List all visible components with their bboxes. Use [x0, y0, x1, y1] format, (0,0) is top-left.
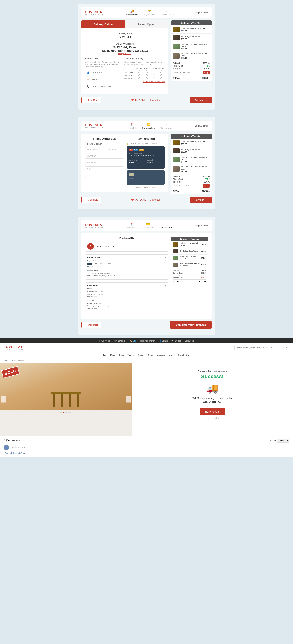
- success-title: Success!: [201, 374, 224, 380]
- radio-3-3[interactable]: [151, 78, 157, 80]
- back-to-item-button[interactable]: Back to Item: [200, 408, 225, 415]
- top-bar-contact[interactable]: Contact Us: [185, 340, 194, 342]
- confirm-discount-value: -$34.01: [201, 277, 206, 279]
- dot-1[interactable]: [61, 412, 62, 414]
- dot-4[interactable]: [68, 412, 69, 414]
- confirm-right: 12 Items for Purchase Louis XV Tufted Ar…: [171, 237, 208, 315]
- radio-3-4[interactable]: [158, 78, 165, 80]
- top-bar-signin[interactable]: 👤 Sign In: [159, 340, 168, 342]
- top-bar-sale[interactable]: 🏷️ Sale: [130, 340, 137, 342]
- city-field[interactable]: CITY: [85, 166, 123, 172]
- cart-item-1-name: Louis XV Tufted Armchair in Blue: [181, 28, 210, 30]
- nav-new[interactable]: New: [102, 354, 107, 356]
- radio-1-1[interactable]: [136, 72, 143, 74]
- confirm-step-icon-2: ✓: [166, 123, 168, 126]
- nav-chairs[interactable]: Chairs: [169, 354, 174, 356]
- logo-text-2: LOVESEAT: [85, 124, 104, 127]
- shop-more-button-3[interactable]: ← Shop More: [82, 322, 101, 328]
- discount-input-2[interactable]: [173, 184, 202, 188]
- radio-2-3[interactable]: [151, 74, 157, 77]
- login-link-1[interactable]: Login/Signup: [195, 11, 208, 14]
- confirm-item-2-img: [173, 249, 178, 254]
- delivery-price-value: $35.93: [85, 35, 165, 40]
- apply-button-1[interactable]: Apply: [202, 71, 210, 74]
- radio-3-2[interactable]: [143, 78, 150, 80]
- login-link-3[interactable]: Login/Signup: [195, 224, 208, 227]
- address2-field[interactable]: ADDRESS 2: [85, 160, 123, 165]
- cart-item-2-2: Simple High Back Rocker $65.00: [171, 147, 211, 155]
- top-bar-newsletter[interactable]: Join Newsletter: [114, 340, 126, 342]
- full-name-value[interactable]: First: [129, 161, 144, 164]
- radio-2-1[interactable]: [136, 74, 143, 77]
- tab-delivery[interactable]: Delivery Option: [82, 20, 125, 28]
- prev-image-button[interactable]: ‹: [1, 396, 6, 402]
- nav-tables[interactable]: Tables: [127, 354, 134, 356]
- search-icon[interactable]: ✕: [285, 346, 287, 349]
- appointment-label: Make Appointment: [140, 340, 155, 342]
- comment-avatar: [4, 445, 9, 450]
- last-name-field[interactable]: LAST NAME: [105, 147, 123, 152]
- nav-shop-style[interactable]: Shop by Style: [178, 354, 191, 356]
- cart-item-2-name: Simple High Back Rocker: [181, 36, 210, 38]
- radio-2-2[interactable]: [143, 74, 150, 77]
- email-input[interactable]: [90, 78, 120, 80]
- card-display-row: XXXX XXXX XXXX 0564: [87, 262, 166, 266]
- cart-item-4-price: $40.00: [181, 57, 210, 59]
- pickup-edit-icon[interactable]: ✎: [165, 284, 166, 287]
- complete-purchase-button[interactable]: Complete Your Purchase: [170, 321, 211, 328]
- shop-more-button-1[interactable]: ← Shop More: [82, 97, 101, 103]
- name-input[interactable]: [91, 72, 120, 74]
- continue-button-1[interactable]: Continue →: [190, 97, 211, 103]
- shop-more-button-2[interactable]: ← Shop More: [82, 197, 101, 203]
- radio-1-4[interactable]: [158, 72, 165, 74]
- total-value-2: $265.00: [202, 190, 210, 193]
- zip-field[interactable]: ZIP: [105, 173, 123, 178]
- purchase-edit-icon[interactable]: ✎: [165, 256, 166, 259]
- address1-field[interactable]: ADDRESS 1: [85, 154, 123, 158]
- need-time-link[interactable]: Need a time not listed above?: [124, 81, 165, 82]
- sort-select[interactable]: Oldest Newest: [277, 439, 289, 442]
- step-confirm-label-3: Confirm Order: [159, 226, 173, 229]
- top-bar-how-it-works[interactable]: How It Works: [99, 340, 110, 342]
- radio-1-3[interactable]: [151, 72, 157, 74]
- radio-2-4[interactable]: [158, 74, 165, 77]
- top-bar-favorites[interactable]: ❤ Favorites: [171, 340, 181, 342]
- radio-1-2[interactable]: [143, 72, 150, 74]
- first-name-field[interactable]: FIRST NAME: [85, 147, 104, 152]
- same-as-delivery-checkbox[interactable]: [85, 143, 88, 145]
- continue-button-2[interactable]: Continue →: [190, 197, 211, 203]
- card-number-label: Credit Card Number: [129, 152, 162, 154]
- cart-item-2-1: Louis XV Tufted Armchair in Blue $85.00: [171, 139, 211, 147]
- grand-total-2: TOTAL $265.00: [173, 189, 210, 193]
- nav-decor[interactable]: Decor: [110, 354, 116, 356]
- change-location-link[interactable]: change location: [206, 417, 219, 419]
- tab-pickup[interactable]: Pickup Option: [125, 20, 168, 28]
- nav-beds[interactable]: Beds: [119, 354, 124, 356]
- change-address-link[interactable]: change address: [85, 52, 165, 54]
- sale-label: Sale: [133, 340, 137, 342]
- cart-item-2-3: Pair of Green Country Ladder Back Chairs…: [171, 155, 211, 164]
- exp-value[interactable]: MM/YY: [147, 161, 162, 164]
- dot-5[interactable]: [70, 412, 71, 414]
- pickup-step-icon-2: 📍: [130, 123, 134, 126]
- confirm-discount-label: Discount 10%: [173, 277, 183, 279]
- card-number-value[interactable]: XXXX XXXX XXXX XXXX: [129, 154, 162, 158]
- login-link-2[interactable]: Login/Signup: [195, 124, 208, 127]
- state-field[interactable]: STATE: [85, 173, 104, 178]
- step-payment-label: Payment Info: [144, 14, 155, 16]
- nav-sofas[interactable]: Sofas: [148, 354, 153, 356]
- discount-input-1[interactable]: [173, 71, 202, 74]
- radio-3-1[interactable]: [136, 78, 143, 80]
- top-bar-appointment[interactable]: Make Appointment: [140, 340, 155, 342]
- search-input[interactable]: [236, 346, 285, 348]
- cvc-value[interactable]: _ _ _: [129, 180, 162, 182]
- apply-button-2[interactable]: Apply: [202, 184, 210, 188]
- nav-dressers[interactable]: Dressers: [157, 354, 165, 356]
- phone-input[interactable]: [91, 86, 120, 88]
- dot-2[interactable]: [63, 412, 64, 414]
- nav-storage[interactable]: Storage: [137, 354, 144, 356]
- confirm-total-value: $231.00: [199, 280, 206, 283]
- dot-3[interactable]: [65, 412, 67, 414]
- next-image-button[interactable]: ›: [126, 396, 131, 402]
- comment-input[interactable]: [11, 445, 289, 449]
